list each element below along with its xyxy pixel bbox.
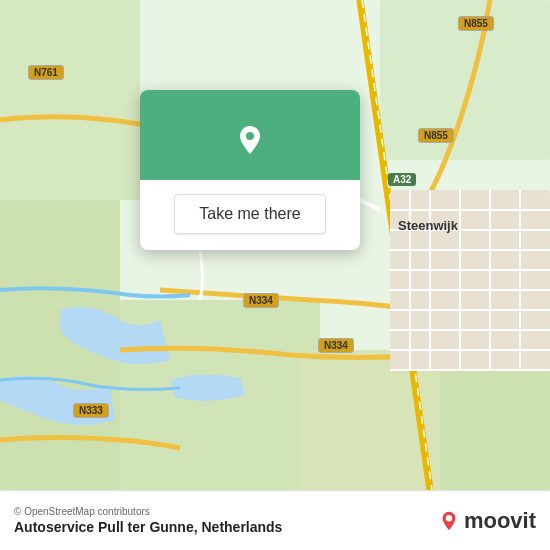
moovit-logo: moovit — [438, 508, 536, 534]
road-badge-a32: A32 — [388, 173, 416, 186]
road-badge-n334a: N334 — [243, 293, 279, 308]
bottom-left-info: © OpenStreetMap contributors Autoservice… — [14, 506, 282, 535]
svg-rect-7 — [390, 190, 550, 370]
svg-rect-1 — [0, 0, 140, 200]
city-label-steenwijk: Steenwijk — [398, 218, 458, 233]
road-badge-n334b: N334 — [318, 338, 354, 353]
popup-header — [140, 90, 360, 180]
road-badge-n855b: N855 — [418, 128, 454, 143]
map-container: N761 N761 N855 N855 N334 N334 N333 A32 S… — [0, 0, 550, 490]
location-title: Autoservice Pull ter Gunne, Netherlands — [14, 519, 282, 535]
road-badge-n761a: N761 — [28, 65, 64, 80]
location-pin-icon — [228, 118, 272, 162]
moovit-pin-icon — [438, 510, 460, 532]
svg-point-23 — [246, 132, 254, 140]
road-badge-n333: N333 — [73, 403, 109, 418]
osm-credit: © OpenStreetMap contributors — [14, 506, 282, 517]
popup-body: Take me there — [140, 180, 360, 250]
take-me-there-button[interactable]: Take me there — [174, 194, 325, 234]
road-badge-n855a: N855 — [458, 16, 494, 31]
map-popup: Take me there — [140, 90, 360, 250]
moovit-brand-text: moovit — [464, 508, 536, 534]
bottom-bar: © OpenStreetMap contributors Autoservice… — [0, 490, 550, 550]
svg-point-24 — [446, 515, 452, 521]
